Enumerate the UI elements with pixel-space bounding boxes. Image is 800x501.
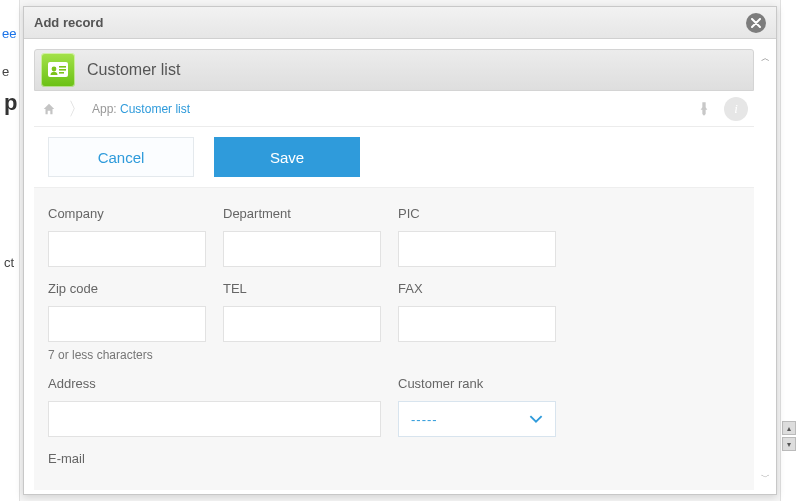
chevron-down-icon — [529, 410, 543, 428]
input-fax[interactable] — [398, 306, 556, 342]
field-fax: FAX — [398, 281, 573, 362]
breadcrumb-link[interactable]: Customer list — [120, 102, 190, 116]
label-company: Company — [48, 206, 223, 221]
input-tel[interactable] — [223, 306, 381, 342]
action-row: Cancel Save — [34, 127, 754, 187]
breadcrumb: 〉 App: Customer list i — [34, 91, 754, 127]
close-icon[interactable] — [746, 13, 766, 33]
modal-title: Add record — [34, 15, 103, 30]
save-button-label: Save — [270, 149, 304, 166]
select-rank[interactable]: ----- — [398, 401, 556, 437]
field-rank: Customer rank ----- — [398, 376, 573, 437]
label-pic: PIC — [398, 206, 573, 221]
field-pic: PIC — [398, 206, 573, 267]
svg-rect-2 — [59, 66, 66, 68]
scroll-down-icon[interactable]: ﹀ — [758, 470, 772, 484]
label-fax: FAX — [398, 281, 573, 296]
field-email: E-mail — [48, 451, 223, 476]
field-zip: Zip code 7 or less characters — [48, 281, 223, 362]
modal-titlebar: Add record — [24, 7, 776, 39]
bg-scroll-down[interactable]: ▾ — [782, 437, 796, 451]
label-zip: Zip code — [48, 281, 223, 296]
app-icon — [41, 53, 75, 87]
scroll-up-icon[interactable]: ︿ — [758, 51, 772, 65]
cancel-button[interactable]: Cancel — [48, 137, 194, 177]
label-address: Address — [48, 376, 398, 391]
background-left-strip: ee e p ct — [0, 0, 20, 501]
field-department: Department — [223, 206, 398, 267]
bg-letter-p: p — [4, 90, 17, 116]
background-scrollbar[interactable]: ▴ ▾ — [782, 421, 798, 481]
input-address[interactable] — [48, 401, 381, 437]
add-record-modal: Add record ︿ ﹀ Customer list 〉 App: — [23, 6, 777, 495]
select-rank-value: ----- — [411, 412, 438, 427]
input-department[interactable] — [223, 231, 381, 267]
modal-scrollbar[interactable]: ︿ ﹀ — [758, 51, 772, 484]
home-icon[interactable] — [40, 100, 58, 118]
label-tel: TEL — [223, 281, 398, 296]
app-header: Customer list — [34, 49, 754, 91]
info-icon[interactable]: i — [724, 97, 748, 121]
bg-text-ct: ct — [4, 255, 14, 270]
label-email: E-mail — [48, 451, 223, 466]
svg-point-1 — [52, 67, 57, 72]
field-tel: TEL — [223, 281, 398, 362]
label-department: Department — [223, 206, 398, 221]
bg-text-ep: e — [2, 64, 9, 79]
background-right-strip: ▴ ▾ — [780, 0, 800, 501]
input-zip[interactable] — [48, 306, 206, 342]
form-area: Company Department PIC Zip code — [34, 187, 754, 490]
modal-content: Customer list 〉 App: Customer list i Can… — [34, 49, 754, 494]
svg-rect-3 — [59, 69, 66, 71]
cancel-button-label: Cancel — [98, 149, 145, 166]
breadcrumb-label: App: — [92, 102, 117, 116]
bg-scroll-up[interactable]: ▴ — [782, 421, 796, 435]
pin-icon[interactable] — [692, 97, 716, 121]
input-pic[interactable] — [398, 231, 556, 267]
chevron-right-icon: 〉 — [68, 97, 86, 121]
label-rank: Customer rank — [398, 376, 573, 391]
save-button[interactable]: Save — [214, 137, 360, 177]
hint-zip: 7 or less characters — [48, 348, 223, 362]
svg-rect-4 — [59, 72, 64, 74]
bg-text-ee: ee — [2, 26, 16, 41]
modal-body: ︿ ﹀ Customer list 〉 App: Customer list — [24, 39, 776, 494]
field-company: Company — [48, 206, 223, 267]
app-title: Customer list — [87, 61, 180, 79]
input-company[interactable] — [48, 231, 206, 267]
field-address: Address — [48, 376, 398, 437]
